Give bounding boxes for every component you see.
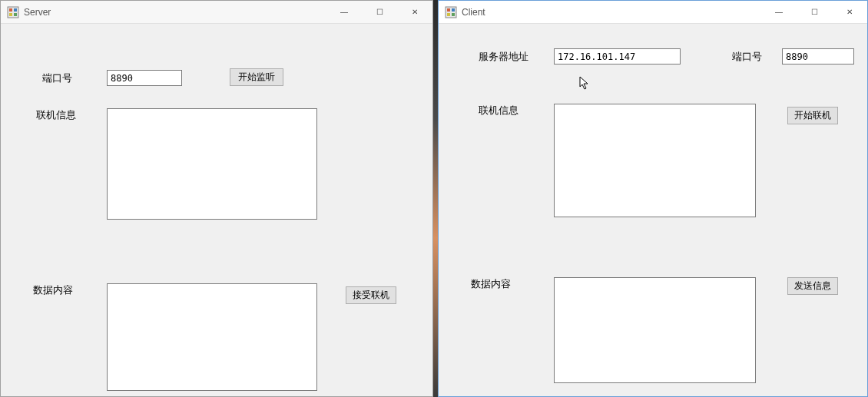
server-port-label: 端口号 bbox=[42, 71, 72, 85]
client-info-textarea[interactable] bbox=[554, 104, 756, 217]
client-content: 服务器地址 端口号 联机信息 开始联机 数据内容 发送信息 bbox=[439, 24, 867, 396]
client-server-addr-label: 服务器地址 bbox=[479, 50, 528, 64]
svg-rect-2 bbox=[14, 8, 17, 12]
minimize-button[interactable]: — bbox=[761, 1, 797, 24]
close-icon: ✕ bbox=[846, 8, 853, 16]
client-server-addr-input[interactable] bbox=[554, 48, 681, 65]
minimize-icon: — bbox=[340, 8, 348, 16]
server-data-label: 数据内容 bbox=[33, 283, 73, 297]
client-info-label: 联机信息 bbox=[479, 104, 518, 117]
svg-rect-8 bbox=[447, 13, 450, 16]
server-info-textarea[interactable] bbox=[107, 108, 317, 220]
server-port-input[interactable] bbox=[107, 70, 182, 86]
maximize-icon: ☐ bbox=[811, 8, 818, 16]
close-icon: ✕ bbox=[412, 8, 418, 16]
minimize-icon: — bbox=[775, 8, 783, 16]
svg-rect-4 bbox=[14, 13, 17, 16]
client-port-input[interactable] bbox=[782, 48, 854, 65]
close-button[interactable]: ✕ bbox=[397, 1, 432, 24]
svg-rect-9 bbox=[452, 13, 455, 16]
svg-rect-3 bbox=[9, 13, 12, 16]
client-data-label: 数据内容 bbox=[471, 277, 511, 291]
app-icon bbox=[7, 6, 19, 18]
server-info-label: 联机信息 bbox=[36, 108, 76, 122]
server-data-textarea[interactable] bbox=[107, 283, 317, 391]
server-window: Server — ☐ ✕ 端口号 开始监听 联机信息 数据内容 接受联机 bbox=[0, 0, 433, 397]
client-data-textarea[interactable] bbox=[554, 277, 756, 383]
maximize-icon: ☐ bbox=[376, 8, 383, 16]
svg-rect-6 bbox=[447, 8, 450, 12]
server-title: Server bbox=[24, 7, 51, 18]
close-button[interactable]: ✕ bbox=[832, 1, 867, 24]
start-connect-button[interactable]: 开始联机 bbox=[787, 107, 838, 124]
client-title: Client bbox=[462, 7, 485, 18]
server-titlebar[interactable]: Server — ☐ ✕ bbox=[1, 1, 432, 24]
client-titlebar[interactable]: Client — ☐ ✕ bbox=[439, 1, 867, 24]
maximize-button[interactable]: ☐ bbox=[797, 1, 832, 24]
app-icon bbox=[445, 6, 457, 18]
send-info-button[interactable]: 发送信息 bbox=[787, 277, 838, 295]
svg-rect-7 bbox=[452, 8, 455, 12]
start-listen-button[interactable]: 开始监听 bbox=[230, 68, 283, 86]
minimize-button[interactable]: — bbox=[326, 1, 362, 24]
svg-rect-1 bbox=[9, 8, 12, 12]
maximize-button[interactable]: ☐ bbox=[362, 1, 397, 24]
mouse-cursor-icon bbox=[579, 76, 591, 91]
accept-connect-button[interactable]: 接受联机 bbox=[346, 286, 396, 304]
client-window: Client — ☐ ✕ 服务器地址 端口号 联机信息 开始联机 数据内容 发送… bbox=[438, 0, 868, 397]
client-port-label: 端口号 bbox=[732, 50, 762, 64]
server-content: 端口号 开始监听 联机信息 数据内容 接受联机 bbox=[1, 24, 432, 396]
